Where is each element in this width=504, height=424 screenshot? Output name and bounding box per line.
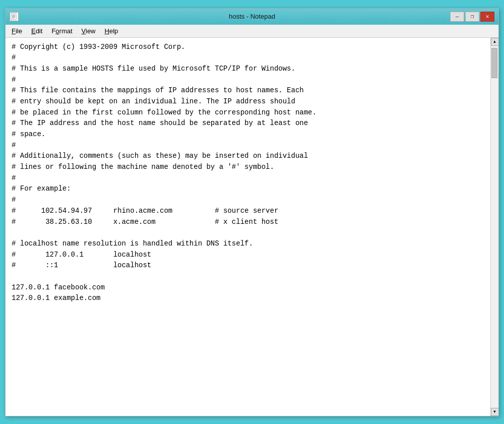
menu-file[interactable]: File [8,26,26,36]
notepad-icon [10,12,19,21]
scrollbar-track[interactable] [491,46,498,408]
title-bar: hosts - Notepad — ❐ ✕ [6,9,498,25]
svg-rect-0 [11,14,16,20]
window-title: hosts - Notepad [229,13,275,20]
editor-container: ▲ ▼ [6,38,498,416]
scrollbar-thumb[interactable] [491,48,497,78]
minimize-button[interactable]: — [450,12,464,22]
notepad-window: hosts - Notepad — ❐ ✕ File Edit Format V… [5,8,499,416]
scroll-up-button[interactable]: ▲ [491,38,499,46]
scroll-down-button[interactable]: ▼ [491,408,499,416]
title-bar-left [10,12,19,21]
menu-view[interactable]: View [78,26,100,36]
menu-bar: File Edit Format View Help [6,25,498,38]
menu-help[interactable]: Help [101,26,122,36]
maximize-button[interactable]: ❐ [465,12,479,22]
menu-edit[interactable]: Edit [27,26,46,36]
text-editor[interactable] [6,38,490,416]
close-button[interactable]: ✕ [480,12,494,22]
vertical-scrollbar: ▲ ▼ [490,38,498,416]
title-bar-controls: — ❐ ✕ [450,12,494,22]
menu-format[interactable]: Format [47,26,76,36]
